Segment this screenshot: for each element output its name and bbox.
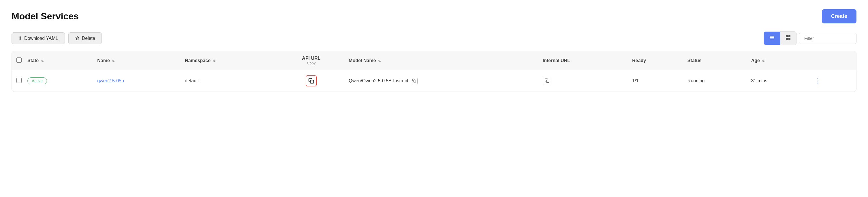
col-name-label: Name [97,58,110,63]
grid-view-icon [785,35,791,40]
page-header: Model Services Create [11,9,857,23]
internal-url-copy-button[interactable] [543,77,551,85]
svg-rect-4 [788,35,790,37]
model-name-copy-icon [412,79,416,83]
svg-rect-9 [547,80,549,83]
col-state-label: State [27,58,39,63]
download-yaml-button[interactable]: ⬇ Download YAML [11,32,65,44]
model-name-value: Qwen/Qwen2.5-0.5B-Instruct [349,78,408,83]
row-model-name-cell: Qwen/Qwen2.5-0.5B-Instruct [345,70,538,92]
status-value: Running [687,78,705,83]
row-state-cell: Active [23,70,93,92]
table-row: Active qwen2.5-05b default [12,70,856,92]
col-ready-label: Ready [632,58,646,63]
sort-model-name-icon: ⇅ [378,59,381,63]
col-internal-url-label: Internal URL [543,58,570,63]
page-title: Model Services [11,11,79,22]
col-ready: Ready [628,51,683,70]
toolbar-left: ⬇ Download YAML 🗑 Delete [11,32,102,44]
namespace-value: default [185,78,199,83]
row-internal-url-cell [539,70,628,92]
table-body: Active qwen2.5-05b default [12,70,856,92]
download-icon: ⬇ [18,35,22,41]
select-all-checkbox[interactable] [17,57,22,63]
col-model-name-label: Model Name [349,58,376,63]
col-status: Status [683,51,747,70]
ready-value: 1/1 [632,78,639,83]
sort-name-icon: ⇅ [112,59,115,63]
col-api-url-sub: Copy [282,61,341,65]
sort-age-icon: ⇅ [762,59,765,63]
col-model-name[interactable]: Model Name ⇅ [345,51,538,70]
col-api-url-label: API URL [282,56,341,61]
state-badge: Active [27,77,47,84]
svg-rect-7 [311,80,314,83]
row-ready-cell: 1/1 [628,70,683,92]
select-all-col [12,51,23,70]
table-wrapper: State ⇅ Name ⇅ Namespace ⇅ API URL Copy … [11,51,857,92]
col-api-url: API URL Copy [278,51,345,70]
svg-rect-1 [770,37,774,38]
col-age[interactable]: Age ⇅ [747,51,808,70]
model-services-table: State ⇅ Name ⇅ Namespace ⇅ API URL Copy … [12,51,856,91]
create-button[interactable]: Create [822,9,857,23]
row-api-url-cell [278,70,345,92]
svg-rect-0 [770,36,774,37]
col-internal-url: Internal URL [539,51,628,70]
api-url-copy-button[interactable] [306,75,317,86]
svg-rect-6 [788,38,790,40]
delete-label: Delete [82,36,95,41]
list-view-icon [769,35,775,40]
grid-view-button[interactable] [780,32,796,45]
copy-icon [308,78,314,84]
row-actions-cell: ⋮ [808,70,856,92]
toolbar-right [764,31,857,45]
delete-button[interactable]: 🗑 Delete [68,32,102,44]
row-menu-button[interactable]: ⋮ [812,76,823,86]
age-value: 31 mins [751,78,767,83]
table-header: State ⇅ Name ⇅ Namespace ⇅ API URL Copy … [12,51,856,70]
svg-rect-8 [413,80,416,82]
trash-icon: 🗑 [75,36,80,41]
col-namespace[interactable]: Namespace ⇅ [181,51,278,70]
row-name-cell: qwen2.5-05b [93,70,181,92]
col-age-label: Age [751,58,760,63]
sort-state-icon: ⇅ [41,59,43,63]
row-checkbox[interactable] [17,78,22,83]
row-age-cell: 31 mins [747,70,808,92]
col-namespace-label: Namespace [185,58,211,63]
col-status-label: Status [687,58,702,63]
svg-rect-3 [786,35,788,37]
row-namespace-cell: default [181,70,278,92]
col-name[interactable]: Name ⇅ [93,51,181,70]
filter-input[interactable] [799,33,857,44]
svg-rect-5 [786,38,788,40]
col-state[interactable]: State ⇅ [23,51,93,70]
internal-url-copy-icon [545,78,549,83]
row-checkbox-cell [12,70,23,92]
col-actions [808,51,856,70]
row-status-cell: Running [683,70,747,92]
service-name-link[interactable]: qwen2.5-05b [97,78,124,83]
svg-rect-2 [770,39,774,39]
view-toggle [764,31,797,45]
download-yaml-label: Download YAML [24,36,58,41]
sort-namespace-icon: ⇅ [213,59,215,63]
list-view-button[interactable] [764,32,780,45]
toolbar: ⬇ Download YAML 🗑 Delete [11,31,857,45]
model-name-copy-button[interactable] [411,78,417,84]
